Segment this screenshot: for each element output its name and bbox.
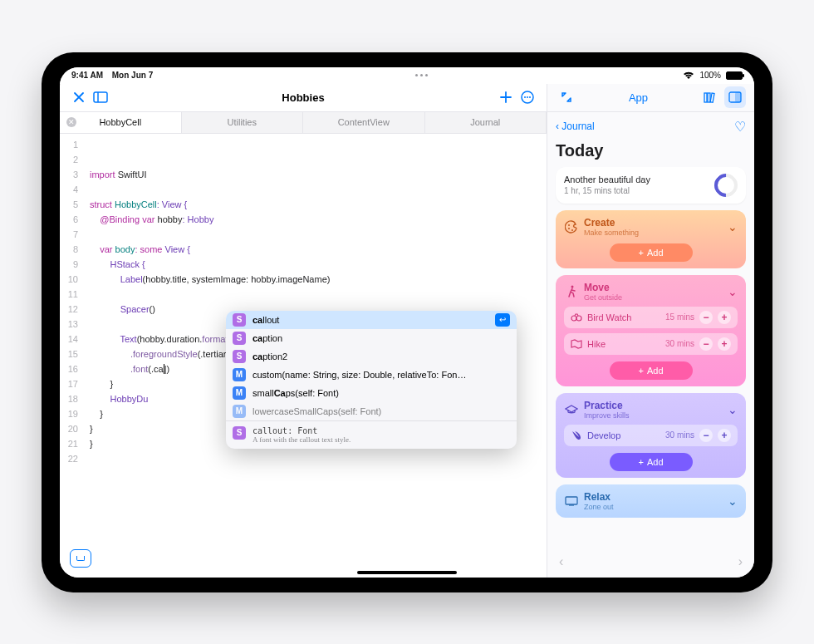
svg-point-16: [576, 316, 581, 321]
category-relax[interactable]: RelaxZone out ⌄: [556, 484, 746, 518]
method-badge-icon: M: [233, 405, 246, 418]
tab-close-icon[interactable]: ✕: [66, 117, 76, 127]
svg-point-12: [568, 228, 570, 229]
multitask-dots[interactable]: [415, 74, 428, 76]
accept-icon[interactable]: ↩: [495, 313, 510, 327]
hobby-item[interactable]: Develop 30 mins − +: [564, 425, 738, 446]
plus-button[interactable]: +: [718, 311, 731, 324]
autocomplete-item[interactable]: S caption: [226, 329, 517, 347]
library-button[interactable]: [70, 549, 91, 568]
walk-icon: [564, 284, 579, 299]
svg-rect-0: [94, 92, 107, 102]
struct-badge-icon: S: [233, 332, 246, 345]
struct-badge-icon: S: [233, 426, 246, 440]
method-badge-icon: M: [233, 386, 246, 400]
status-time: 9:41 AM: [71, 71, 103, 80]
svg-rect-6: [704, 93, 707, 102]
svg-point-14: [571, 285, 574, 288]
autocomplete-item[interactable]: S caption2: [226, 347, 517, 366]
battery-pct: 100%: [699, 71, 721, 80]
nav-back-icon[interactable]: ‹: [559, 554, 563, 569]
expand-icon[interactable]: [556, 86, 577, 108]
add-button[interactable]: + Add: [610, 453, 693, 471]
editor-toolbar: Hobbies: [60, 84, 547, 112]
swift-icon: [571, 430, 582, 441]
sidebar-toggle-icon[interactable]: [90, 86, 111, 108]
hobby-item[interactable]: Hike 30 mins − +: [564, 333, 738, 355]
struct-badge-icon: S: [233, 313, 246, 327]
tv-icon: [564, 494, 579, 509]
chevron-down-icon[interactable]: ⌄: [728, 403, 738, 416]
map-icon: [571, 339, 582, 349]
status-bar: 9:41 AM Mon Jun 7 100%: [60, 67, 754, 84]
tab-hobbycell[interactable]: ✕ HobbyCell: [60, 112, 182, 133]
svg-point-11: [568, 224, 570, 226]
autocomplete-popup[interactable]: S callout ↩ S caption S caption2 M custo…: [226, 311, 517, 449]
favorite-icon[interactable]: ♡: [734, 119, 746, 135]
svg-point-3: [524, 96, 526, 98]
heading-today: Today: [556, 141, 746, 160]
svg-point-4: [527, 96, 528, 98]
svg-rect-17: [566, 497, 577, 504]
struct-badge-icon: S: [233, 350, 246, 363]
tab-utilities[interactable]: Utilities: [182, 112, 304, 133]
minus-button[interactable]: −: [699, 429, 713, 442]
svg-point-5: [529, 96, 531, 98]
graduation-cap-icon: [564, 402, 579, 417]
back-button[interactable]: ‹ Journal: [556, 120, 595, 132]
editor-pane: Hobbies ✕ HobbyCell Utilities ContentVie…: [60, 84, 547, 578]
minus-button[interactable]: −: [699, 311, 713, 324]
autocomplete-item[interactable]: M smallCaps(self: Font): [226, 384, 517, 402]
close-icon[interactable]: [68, 86, 90, 108]
category-create[interactable]: CreateMake something ⌄ + Add: [556, 210, 746, 268]
category-move[interactable]: MoveGet outside ⌄ Bird Watch 15 mins − +: [556, 275, 746, 386]
tab-contentview[interactable]: ContentView: [303, 112, 425, 133]
chevron-down-icon[interactable]: ⌄: [728, 285, 738, 298]
summary-card[interactable]: Another beautiful day 1 hr, 15 mins tota…: [556, 167, 746, 204]
home-indicator[interactable]: [357, 571, 457, 574]
svg-point-13: [571, 229, 573, 231]
palette-icon: [564, 219, 579, 234]
category-practice[interactable]: PracticeImprove skills ⌄ Develop 30 mins…: [556, 393, 746, 478]
summary-line2: 1 hr, 15 mins total: [564, 186, 650, 195]
minus-button[interactable]: −: [699, 337, 713, 351]
svg-rect-10: [735, 92, 741, 102]
autocomplete-item[interactable]: S callout ↩: [226, 311, 517, 329]
preview-body: ‹ Journal ♡ Today Another beautiful day …: [547, 112, 754, 578]
tab-journal[interactable]: Journal: [425, 112, 547, 133]
summary-line1: Another beautiful day: [564, 175, 650, 184]
chevron-down-icon[interactable]: ⌄: [728, 220, 738, 234]
progress-ring-icon: [709, 169, 743, 202]
svg-point-15: [571, 316, 576, 321]
more-icon[interactable]: [517, 86, 538, 108]
wifi-icon: [683, 71, 694, 80]
method-badge-icon: M: [233, 368, 246, 381]
preview-mode-icon[interactable]: [724, 86, 746, 108]
library-icon[interactable]: [699, 86, 721, 108]
plus-button[interactable]: +: [718, 429, 731, 442]
autocomplete-item[interactable]: M custom(name: String, size: Double, rel…: [226, 366, 517, 384]
preview-nav: ‹ ›: [547, 554, 754, 569]
battery-icon: [726, 71, 743, 80]
hobby-item[interactable]: Bird Watch 15 mins − +: [564, 307, 738, 328]
add-button[interactable]: + Add: [610, 361, 693, 380]
binoculars-icon: [571, 313, 582, 322]
preview-title: App: [629, 91, 648, 104]
screen: 9:41 AM Mon Jun 7 100% Hobbies: [60, 67, 754, 578]
plus-button[interactable]: +: [718, 337, 731, 351]
editor-tabs: ✕ HobbyCell Utilities ContentView Journa…: [60, 112, 547, 134]
svg-rect-7: [708, 93, 710, 102]
svg-rect-8: [710, 93, 714, 102]
preview-toolbar: App: [547, 84, 754, 112]
autocomplete-doc: S callout: Font A font with the callout …: [226, 420, 517, 449]
nav-forward-icon[interactable]: ›: [738, 554, 743, 569]
add-icon[interactable]: [495, 86, 517, 108]
autocomplete-item[interactable]: M lowercaseSmallCaps(self: Font): [226, 402, 517, 420]
status-date: Mon Jun 7: [112, 71, 153, 80]
add-button[interactable]: + Add: [610, 243, 693, 262]
preview-pane: App ‹ Journal ♡ Today: [547, 84, 754, 578]
workspace: Hobbies ✕ HobbyCell Utilities ContentVie…: [60, 84, 754, 578]
line-gutter: 12345678910111213141516171819202122: [60, 134, 83, 578]
chevron-down-icon[interactable]: ⌄: [728, 494, 738, 508]
ipad-frame: 9:41 AM Mon Jun 7 100% Hobbies: [42, 52, 772, 592]
